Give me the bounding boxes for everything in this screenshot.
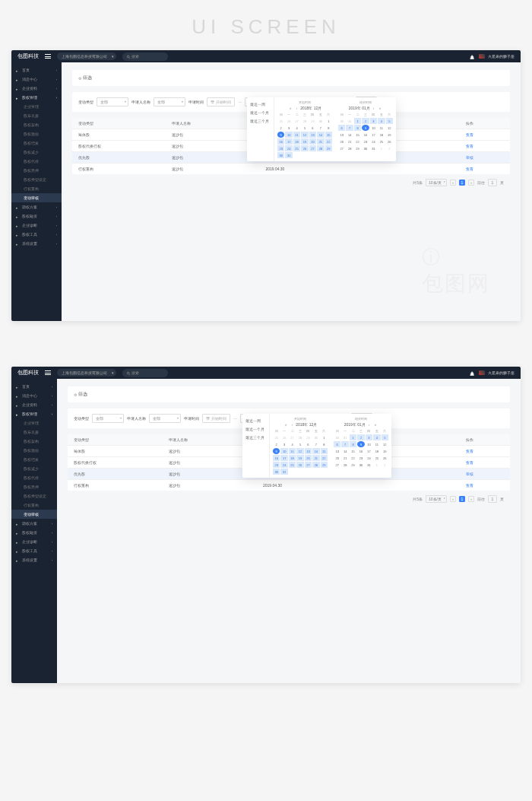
calendar-day[interactable]: 1 (354, 118, 361, 124)
sidebar-item[interactable]: ▸股权融资› (11, 211, 62, 221)
page-1-button[interactable]: 1 (459, 180, 465, 186)
calendar-day[interactable]: 10 (370, 125, 377, 131)
avatar[interactable] (479, 370, 485, 375)
filter-title[interactable]: 筛选 (74, 391, 504, 398)
sidebar-item[interactable]: ▸企业资料› (11, 400, 57, 409)
next-year-icon[interactable]: » (377, 106, 382, 110)
calendar-day[interactable]: 15 (350, 448, 356, 454)
calendar-day[interactable]: 24 (366, 455, 372, 461)
calendar-day[interactable]: 7 (346, 125, 353, 131)
sidebar-item[interactable]: ▸首页› (11, 382, 57, 391)
avatar[interactable] (479, 54, 485, 59)
calendar-day[interactable]: 18 (289, 455, 296, 461)
calendar-day[interactable]: 4 (293, 125, 300, 131)
calendar-day[interactable]: 27 (338, 145, 345, 151)
sidebar-item[interactable]: 行权重构 (11, 501, 57, 510)
prev-year-icon[interactable]: « (288, 106, 293, 110)
bell-icon[interactable] (470, 54, 474, 59)
pagesize-select[interactable]: 10条/页 (426, 495, 447, 503)
calendar-day[interactable]: 29 (354, 145, 361, 151)
row-action-link[interactable]: 审核 (466, 472, 473, 476)
calendar-day[interactable]: 20 (334, 455, 340, 461)
calendar-day[interactable]: 25 (289, 462, 296, 468)
row-action-link[interactable]: 查看 (466, 132, 473, 137)
sidebar-item[interactable]: ▸股权管理› (11, 409, 57, 418)
sidebar-item[interactable]: 变动审核 (11, 510, 57, 519)
menu-toggle-icon[interactable] (45, 54, 51, 59)
sidebar-item[interactable]: ▸股权融资› (11, 528, 57, 537)
calendar-day[interactable]: 26 (285, 118, 292, 124)
calendar-day[interactable]: 25 (277, 118, 284, 124)
sidebar-item[interactable]: 股权质押 (11, 166, 62, 175)
filter-title[interactable]: 筛选 (78, 75, 504, 81)
calendar-day[interactable]: 13 (338, 132, 345, 138)
calendar-day[interactable]: 6 (338, 125, 345, 131)
sidebar-item[interactable]: 变动审核 (11, 193, 62, 202)
calendar-day[interactable]: 9 (273, 448, 280, 454)
sidebar-item[interactable]: 股权类型设定 (11, 175, 62, 184)
calendar-day[interactable]: 30 (277, 152, 284, 158)
calendar-day[interactable]: 14 (341, 448, 348, 454)
row-action-link[interactable]: 查看 (466, 449, 473, 453)
calendar-day[interactable]: 17 (280, 455, 287, 461)
calendar-day[interactable]: 24 (370, 138, 377, 145)
sidebar-item[interactable]: 股权代持 (11, 157, 62, 166)
sidebar-item[interactable]: 行权重构 (11, 184, 62, 193)
sidebar-item[interactable]: ▸企业资料› (11, 84, 62, 93)
calendar-day[interactable]: 30 (317, 118, 324, 124)
prev-page-button[interactable]: ‹ (450, 496, 456, 502)
calendar-day[interactable]: 17 (370, 132, 377, 138)
calendar-day[interactable]: 11 (378, 125, 385, 131)
calendar-day[interactable]: 2 (386, 145, 393, 151)
company-select[interactable]: 上海包图信息科技有限公司 (57, 52, 116, 60)
name-select[interactable]: 全部 (154, 97, 185, 106)
sidebar-item[interactable]: 股权激励 (11, 446, 57, 455)
calendar-day[interactable]: 10 (285, 132, 292, 138)
calendar-day[interactable]: 1 (373, 462, 380, 468)
calendar-day[interactable]: 18 (373, 448, 380, 454)
calendar-day[interactable]: 28 (301, 118, 308, 124)
calendar-day[interactable]: 27 (309, 145, 316, 151)
row-action-link[interactable]: 查看 (466, 460, 473, 465)
calendar-day[interactable]: 19 (301, 138, 308, 145)
calendar-day[interactable]: 16 (357, 448, 364, 454)
calendar-day[interactable]: 8 (350, 441, 356, 447)
calendar-day[interactable]: 27 (293, 118, 300, 124)
menu-toggle-icon[interactable] (45, 370, 51, 375)
sidebar-item[interactable]: ▸期权方案› (11, 519, 57, 528)
sidebar-item[interactable]: 股东名册 (11, 111, 62, 120)
calendar-day[interactable]: 14 (317, 132, 324, 138)
start-date-input[interactable]: 开始时间 (202, 414, 230, 423)
datepicker-shortcut[interactable]: 最近三个月 (242, 434, 269, 442)
calendar-day[interactable]: 21 (346, 138, 353, 145)
calendar-day[interactable]: 4 (378, 118, 385, 124)
calendar-day[interactable]: 27 (305, 462, 312, 468)
calendar-day[interactable]: 26 (382, 455, 388, 461)
start-date-input[interactable]: 开始时间 (207, 97, 235, 106)
calendar-day[interactable]: 1 (321, 434, 328, 440)
calendar-day[interactable]: 7 (317, 125, 324, 131)
calendar-day[interactable]: 26 (280, 434, 287, 440)
calendar-day[interactable]: 2 (357, 434, 364, 440)
calendar-day[interactable]: 28 (317, 145, 324, 151)
calendar-day[interactable]: 28 (341, 462, 348, 468)
bell-icon[interactable] (470, 370, 474, 375)
sidebar-item[interactable]: ▸企业诊断› (11, 537, 57, 546)
calendar-day[interactable]: 5 (296, 441, 303, 447)
sidebar-item[interactable]: ▸系统设置› (11, 555, 57, 564)
calendar-day[interactable]: 26 (296, 462, 303, 468)
prev-month-icon[interactable]: ‹ (295, 106, 299, 110)
calendar-day[interactable]: 12 (301, 132, 308, 138)
calendar-day[interactable]: 2 (362, 118, 369, 124)
sidebar-item[interactable]: ▸系统设置› (11, 239, 62, 248)
calendar-day[interactable]: 7 (341, 441, 348, 447)
next-month-icon[interactable]: › (372, 106, 376, 110)
calendar-day[interactable]: 3 (370, 118, 377, 124)
calendar-day[interactable]: 1 (350, 434, 356, 440)
calendar-day[interactable]: 14 (346, 132, 353, 138)
sidebar-item[interactable]: 股权激励 (11, 129, 62, 138)
calendar-day[interactable]: 17 (366, 448, 372, 454)
calendar-day[interactable]: 16 (362, 132, 369, 138)
search-input[interactable]: 搜索 (122, 369, 168, 377)
calendar-day[interactable]: 2 (277, 125, 284, 131)
